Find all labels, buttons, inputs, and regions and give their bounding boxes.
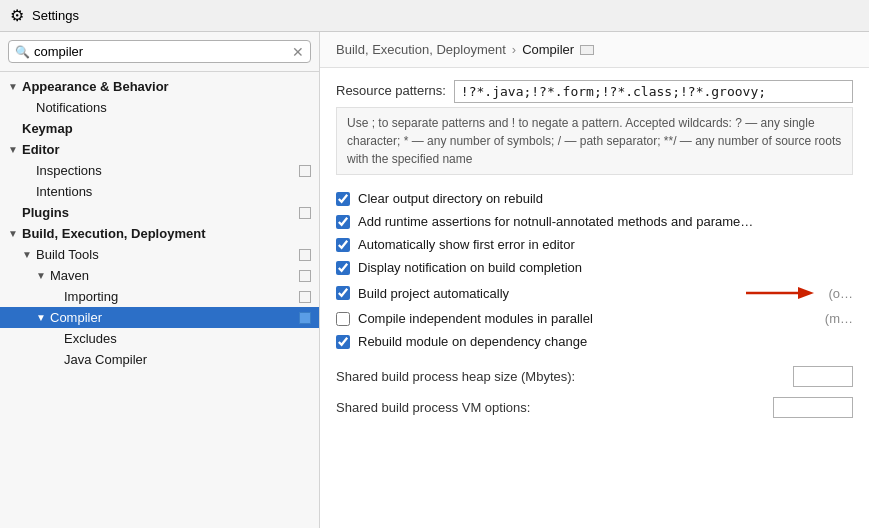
svg-marker-1: [798, 287, 814, 299]
sidebar-item-label: Notifications: [36, 100, 311, 115]
option-clear-output: Clear output directory on rebuild: [336, 187, 853, 210]
sidebar-item-build[interactable]: ▼ Build, Execution, Deployment: [0, 223, 319, 244]
option-build-automatically: Build project automatically (o…: [336, 279, 853, 307]
resource-patterns-input[interactable]: [454, 80, 853, 103]
show-error-checkbox[interactable]: [336, 238, 350, 252]
vm-options-label: Shared build process VM options:: [336, 400, 765, 415]
settings-page-icon: [299, 207, 311, 219]
arrow-icon: ▼: [36, 312, 50, 323]
panel-body: Resource patterns: Use ; to separate pat…: [320, 68, 869, 435]
sidebar-item-label: Intentions: [36, 184, 311, 199]
runtime-assertions-checkbox[interactable]: [336, 215, 350, 229]
sidebar-item-inspections[interactable]: Inspections: [0, 160, 319, 181]
compile-parallel-checkbox[interactable]: [336, 312, 350, 326]
heap-size-label: Shared build process heap size (Mbytes):: [336, 369, 785, 384]
rebuild-dependency-label[interactable]: Rebuild module on dependency change: [358, 334, 853, 349]
sidebar-item-label: Importing: [64, 289, 299, 304]
sidebar-item-compiler[interactable]: ▼ Compiler: [0, 307, 319, 328]
clear-output-label[interactable]: Clear output directory on rebuild: [358, 191, 853, 206]
sidebar-item-editor[interactable]: ▼ Editor: [0, 139, 319, 160]
arrow-icon: ▼: [8, 81, 22, 92]
hint-text: Use ; to separate patterns and ! to nega…: [347, 116, 841, 166]
arrow-icon: ▼: [8, 144, 22, 155]
breadcrumb-separator: ›: [512, 42, 516, 57]
option-suffix: (o…: [828, 286, 853, 301]
option-display-notification: Display notification on build completion: [336, 256, 853, 279]
arrow-icon: ▼: [36, 270, 50, 281]
title-bar: ⚙ Settings: [0, 0, 869, 32]
vm-options-input[interactable]: [773, 397, 853, 418]
build-automatically-checkbox[interactable]: [336, 286, 350, 300]
option-compile-parallel: Compile independent modules in parallel …: [336, 307, 853, 330]
sidebar-item-label: Keymap: [22, 121, 311, 136]
sidebar-item-label: Inspections: [36, 163, 299, 178]
sidebar-item-label: Editor: [22, 142, 311, 157]
sidebar-item-keymap[interactable]: Keymap: [0, 118, 319, 139]
search-icon: 🔍: [15, 45, 30, 59]
heap-size-input[interactable]: [793, 366, 853, 387]
search-input-wrap[interactable]: 🔍 ✕: [8, 40, 311, 63]
hint-box: Use ; to separate patterns and ! to nega…: [336, 107, 853, 175]
window-title: Settings: [32, 8, 79, 23]
sidebar-item-label: Java Compiler: [64, 352, 311, 367]
rebuild-dependency-checkbox[interactable]: [336, 335, 350, 349]
sidebar-item-javacompiler[interactable]: Java Compiler: [0, 349, 319, 370]
option-suffix: (m…: [825, 311, 853, 326]
settings-panel: Build, Execution, Deployment › Compiler …: [320, 32, 869, 528]
sidebar-item-importing[interactable]: Importing: [0, 286, 319, 307]
sidebar-item-maven[interactable]: ▼ Maven: [0, 265, 319, 286]
search-box: 🔍 ✕: [0, 32, 319, 72]
sidebar-item-label: Compiler: [50, 310, 299, 325]
panel-settings-icon: [580, 45, 594, 55]
build-automatically-label[interactable]: Build project automatically: [358, 286, 730, 301]
sidebar-item-label: Appearance & Behavior: [22, 79, 311, 94]
sidebar-item-excludes[interactable]: Excludes: [0, 328, 319, 349]
panel-header: Build, Execution, Deployment › Compiler: [320, 32, 869, 68]
sidebar-item-label: Maven: [50, 268, 299, 283]
vm-options-row: Shared build process VM options:: [336, 392, 853, 423]
app-icon: ⚙: [10, 6, 24, 25]
show-error-label[interactable]: Automatically show first error in editor: [358, 237, 853, 252]
sidebar-item-buildtools[interactable]: ▼ Build Tools: [0, 244, 319, 265]
resource-patterns-label: Resource patterns:: [336, 80, 446, 98]
red-arrow-icon: [746, 283, 816, 303]
sidebar-item-notifications[interactable]: Notifications: [0, 97, 319, 118]
search-input[interactable]: [34, 44, 288, 59]
option-show-error: Automatically show first error in editor: [336, 233, 853, 256]
arrow-icon: ▼: [8, 228, 22, 239]
settings-page-icon: [299, 312, 311, 324]
settings-page-icon: [299, 249, 311, 261]
compile-parallel-label[interactable]: Compile independent modules in parallel: [358, 311, 813, 326]
sidebar-item-intentions[interactable]: Intentions: [0, 181, 319, 202]
sidebar-item-label: Build, Execution, Deployment: [22, 226, 311, 241]
sidebar-item-appearance[interactable]: ▼ Appearance & Behavior: [0, 76, 319, 97]
resource-patterns-row: Resource patterns:: [336, 80, 853, 103]
display-notification-label[interactable]: Display notification on build completion: [358, 260, 853, 275]
section-divider: [336, 353, 853, 361]
breadcrumb-parent: Build, Execution, Deployment: [336, 42, 506, 57]
heap-size-row: Shared build process heap size (Mbytes):: [336, 361, 853, 392]
settings-page-icon: [299, 165, 311, 177]
sidebar: 🔍 ✕ ▼ Appearance & Behavior Notification…: [0, 32, 320, 528]
clear-output-checkbox[interactable]: [336, 192, 350, 206]
option-rebuild-dependency: Rebuild module on dependency change: [336, 330, 853, 353]
sidebar-item-label: Build Tools: [36, 247, 299, 262]
display-notification-checkbox[interactable]: [336, 261, 350, 275]
breadcrumb-current: Compiler: [522, 42, 574, 57]
runtime-assertions-label[interactable]: Add runtime assertions for notnull-annot…: [358, 214, 853, 229]
option-runtime-assertions: Add runtime assertions for notnull-annot…: [336, 210, 853, 233]
sidebar-item-plugins[interactable]: Plugins: [0, 202, 319, 223]
arrow-icon: ▼: [22, 249, 36, 260]
sidebar-item-label: Plugins: [22, 205, 299, 220]
sidebar-item-label: Excludes: [64, 331, 311, 346]
sidebar-tree: ▼ Appearance & Behavior Notifications Ke…: [0, 72, 319, 528]
search-clear-button[interactable]: ✕: [292, 45, 304, 59]
settings-page-icon: [299, 270, 311, 282]
main-content: 🔍 ✕ ▼ Appearance & Behavior Notification…: [0, 32, 869, 528]
settings-page-icon: [299, 291, 311, 303]
